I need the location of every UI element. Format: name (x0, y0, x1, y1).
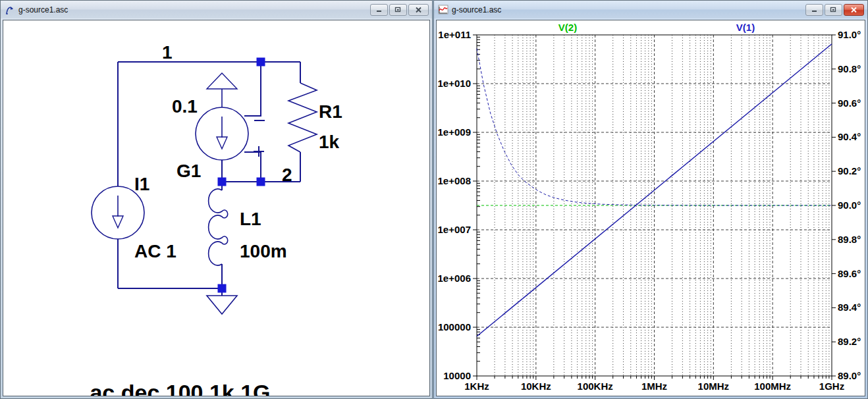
close-icon (415, 7, 422, 13)
schematic-window: g-source1.asc 10.1G1I1AC 1R11k2L1100m.ac (0, 0, 433, 399)
svg-text:.ac dec 100 1k 1G: .ac dec 100 1k 1G (84, 380, 271, 396)
ground-symbol[interactable] (207, 296, 237, 314)
r1-resistor[interactable] (288, 83, 317, 152)
minimize-icon (376, 7, 383, 13)
close-icon (850, 7, 857, 13)
svg-text:90.2°: 90.2° (838, 165, 861, 176)
svg-text:2: 2 (282, 165, 292, 185)
legend-item: V(1) (736, 22, 755, 33)
svg-text:1: 1 (162, 42, 173, 63)
svg-text:1e+011: 1e+011 (438, 29, 471, 40)
svg-text:100KHz: 100KHz (578, 381, 613, 392)
restore-button[interactable] (389, 4, 407, 16)
l1-inductor[interactable] (209, 189, 228, 265)
svg-text:0.1: 0.1 (172, 96, 198, 117)
svg-text:89.4°: 89.4° (838, 302, 861, 313)
waveform-plot-area[interactable]: 1e+0111e+0101e+0091e+0081e+0071e+0061000… (436, 20, 865, 396)
svg-text:90.4°: 90.4° (838, 131, 861, 142)
waveform-window-titlebar[interactable]: g-source1.asc (434, 1, 867, 18)
svg-text:90.6°: 90.6° (838, 97, 861, 109)
waveform-plot: 1e+0111e+0101e+0091e+0081e+0071e+0061000… (437, 20, 865, 396)
restore-button[interactable] (825, 4, 842, 16)
svg-text:10MHz: 10MHz (698, 381, 730, 392)
svg-text:100MHz: 100MHz (754, 381, 791, 392)
svg-text:1e+006: 1e+006 (438, 273, 471, 284)
i1-current-source[interactable] (92, 186, 144, 239)
minimize-icon (811, 7, 818, 13)
svg-text:G1: G1 (176, 161, 201, 181)
restore-icon (394, 7, 402, 13)
schematic-drawing: 10.1G1I1AC 1R11k2L1100m.ac dec 100 1k 1G (3, 20, 430, 396)
schematic-canvas[interactable]: 10.1G1I1AC 1R11k2L1100m.ac dec 100 1k 1G (3, 20, 430, 396)
close-button[interactable] (844, 4, 864, 16)
svg-text:L1: L1 (240, 209, 261, 229)
restore-icon (830, 7, 837, 13)
schematic-window-titlebar[interactable]: g-source1.asc (1, 1, 432, 18)
svg-text:1KHz: 1KHz (464, 381, 489, 392)
waveform-icon[interactable] (438, 5, 448, 15)
svg-text:1k: 1k (319, 132, 340, 152)
svg-text:89.6°: 89.6° (838, 268, 861, 279)
svg-text:91.0°: 91.0° (838, 29, 861, 40)
svg-text:90.8°: 90.8° (838, 63, 861, 74)
window-title: g-source1.asc (452, 5, 501, 14)
svg-text:89.0°: 89.0° (838, 370, 861, 381)
svg-text:R1: R1 (319, 101, 342, 122)
svg-text:AC 1: AC 1 (134, 241, 176, 261)
window-controls (370, 4, 429, 16)
svg-text:1GHz: 1GHz (819, 381, 844, 392)
minimize-button[interactable] (805, 4, 823, 16)
svg-text:90.0°: 90.0° (838, 200, 861, 211)
svg-text:1MHz: 1MHz (641, 381, 667, 392)
window-controls (805, 4, 864, 16)
svg-text:100000: 100000 (438, 321, 471, 332)
legend-item: V(2) (558, 22, 577, 33)
close-button[interactable] (408, 4, 429, 16)
minimize-button[interactable] (370, 4, 388, 16)
svg-text:89.8°: 89.8° (838, 234, 861, 245)
window-title: g-source1.asc (18, 5, 68, 14)
schematic-icon[interactable] (5, 5, 15, 15)
waveform-window: g-source1.asc 1e+0111e+0101e+0091e+0081e… (433, 0, 868, 399)
svg-text:10000: 10000 (443, 370, 471, 381)
svg-text:I1: I1 (134, 174, 149, 194)
svg-text:1e+007: 1e+007 (438, 224, 471, 235)
svg-text:1e+010: 1e+010 (438, 78, 471, 89)
svg-text:89.2°: 89.2° (838, 336, 861, 347)
svg-text:1e+008: 1e+008 (438, 175, 471, 186)
svg-text:100m: 100m (240, 241, 287, 261)
svg-text:1e+009: 1e+009 (438, 126, 471, 138)
plot-legend: V(2)V(1) (558, 22, 755, 33)
svg-text:10KHz: 10KHz (521, 381, 551, 392)
